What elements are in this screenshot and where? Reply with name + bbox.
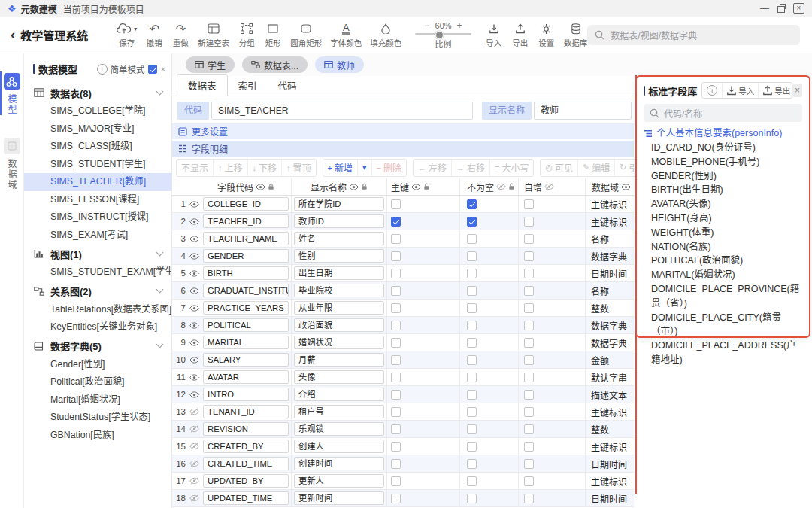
- pk-checkbox[interactable]: [391, 303, 401, 313]
- eye-off-icon[interactable]: [187, 473, 201, 489]
- lock-icon[interactable]: [268, 183, 274, 190]
- pk-checkbox[interactable]: [391, 234, 401, 244]
- sidebar-item[interactable]: SIMS_TEACHER[教师]: [24, 173, 171, 191]
- pk-checkbox[interactable]: [391, 494, 401, 503]
- table-row[interactable]: 1COLLEGE_ID所在学院ID主键标识: [172, 196, 634, 213]
- autoincrement-checkbox[interactable]: [524, 217, 534, 227]
- field-code-input[interactable]: TENANT_ID: [203, 405, 289, 418]
- eye-off-icon[interactable]: [496, 183, 506, 190]
- field-toolbar-button[interactable]: +新增: [323, 160, 357, 176]
- notnull-checkbox[interactable]: [467, 407, 477, 417]
- autoincrement-checkbox[interactable]: [524, 251, 534, 261]
- autoincrement-checkbox[interactable]: [524, 390, 534, 400]
- standard-field-item[interactable]: POLITICAL(政治面貌): [644, 254, 802, 268]
- pk-checkbox[interactable]: [391, 321, 401, 330]
- data-domain-cell[interactable]: 主键标识: [586, 196, 634, 212]
- eye-icon[interactable]: [187, 248, 201, 264]
- field-code-input[interactable]: BIRTH: [203, 266, 289, 280]
- panel-search-input[interactable]: 代码/名称: [644, 104, 802, 122]
- autoincrement-checkbox[interactable]: [524, 407, 534, 417]
- display-name-input[interactable]: 所在学院ID: [294, 197, 384, 211]
- display-name-input[interactable]: 性别: [294, 249, 384, 263]
- autoincrement-checkbox[interactable]: [524, 355, 534, 365]
- panel-export-button[interactable]: 导出: [758, 83, 792, 98]
- standard-field-item[interactable]: DOMICILE_PLACE_CITY(籍贯（市）): [644, 311, 802, 339]
- sidebar-item[interactable]: Gender[性别]: [24, 356, 171, 374]
- pk-checkbox[interactable]: [391, 459, 401, 469]
- table-row[interactable]: 13TENANT_ID租户号主键标识: [172, 403, 634, 421]
- field-code-input[interactable]: COLLEGE_ID: [203, 197, 289, 211]
- restore-icon[interactable]: [777, 5, 785, 13]
- notnull-checkbox[interactable]: [467, 303, 477, 313]
- eye-off-icon[interactable]: [544, 183, 554, 190]
- display-name-input[interactable]: 姓名: [294, 232, 384, 245]
- eye-off-icon[interactable]: [187, 455, 201, 472]
- notnull-checkbox[interactable]: [467, 424, 477, 434]
- back-button[interactable]: ‹: [11, 26, 15, 43]
- field-code-input[interactable]: AVATAR: [203, 370, 289, 384]
- notnull-checkbox[interactable]: [467, 355, 477, 365]
- toolbar-group-button[interactable]: 分组: [238, 23, 256, 48]
- eye-icon[interactable]: [187, 230, 201, 247]
- eye-off-icon[interactable]: [187, 421, 201, 437]
- pk-checkbox[interactable]: [391, 286, 401, 296]
- tab-索引[interactable]: 索引: [228, 75, 268, 96]
- data-domain-cell[interactable]: 数据字典: [586, 334, 634, 351]
- display-name-input[interactable]: 教师: [534, 102, 632, 120]
- field-toolbar-button[interactable]: ◎可见: [541, 160, 577, 176]
- sidebar-item[interactable]: SIMS_MAJOR[专业]: [24, 120, 171, 138]
- standard-field-item[interactable]: MOBILE_PHONE(手机号): [644, 155, 802, 169]
- field-code-input[interactable]: MARITAL: [203, 336, 289, 349]
- notnull-checkbox[interactable]: [467, 476, 477, 486]
- pk-checkbox[interactable]: [391, 390, 401, 400]
- table-row[interactable]: 9MARITAL婚姻状况数据字典: [172, 334, 634, 351]
- field-code-input[interactable]: UPDATED_TIME: [203, 491, 289, 505]
- sidebar-item[interactable]: GBNation[民族]: [24, 427, 171, 445]
- autoincrement-checkbox[interactable]: [524, 424, 534, 434]
- notnull-checkbox[interactable]: [467, 494, 477, 503]
- eye-icon[interactable]: [349, 184, 359, 190]
- info-icon[interactable]: i: [97, 64, 108, 75]
- lock-icon[interactable]: [361, 183, 368, 190]
- table-row[interactable]: 4GENDER性别数据字典: [172, 248, 634, 265]
- eye-off-icon[interactable]: [187, 490, 201, 506]
- notnull-checkbox[interactable]: [467, 459, 477, 469]
- chevron-down-icon[interactable]: [156, 341, 164, 348]
- display-name-input[interactable]: 毕业院校: [294, 284, 384, 297]
- autoincrement-checkbox[interactable]: [524, 303, 534, 313]
- standard-field-item[interactable]: BIRTH(出生日期): [644, 183, 802, 197]
- data-domain-cell[interactable]: 默认字串: [586, 369, 634, 385]
- standard-field-item[interactable]: DOMICILE_PLACE_ADDRESS(户籍地址): [644, 339, 802, 367]
- field-code-input[interactable]: SALARY: [203, 353, 289, 367]
- standard-field-item[interactable]: ID_CARD_NO(身份证号): [644, 141, 802, 155]
- table-row[interactable]: 14REVISION乐观锁整数: [172, 421, 634, 438]
- field-toolbar-button[interactable]: ▾: [357, 160, 371, 176]
- field-code-input[interactable]: TEACHER_ID: [203, 214, 289, 228]
- zoom-slider[interactable]: [415, 33, 471, 35]
- notnull-checkbox[interactable]: [467, 338, 477, 348]
- display-name-input[interactable]: 租户号: [294, 405, 384, 418]
- doc-tab[interactable]: 教师: [315, 56, 364, 73]
- display-name-input[interactable]: 更新时间: [294, 491, 384, 505]
- toolbar-undo-button[interactable]: ↶撤销: [145, 23, 163, 48]
- toolbar-rounded-rect-button[interactable]: 圆角矩形: [290, 23, 322, 48]
- eye-icon[interactable]: [187, 351, 201, 368]
- pk-checkbox[interactable]: [391, 217, 401, 227]
- eye-off-icon[interactable]: [187, 438, 201, 455]
- table-row[interactable]: 7PRACTICE_YEARS从业年限整数: [172, 300, 634, 317]
- table-row[interactable]: 18UPDATED_TIME更新时间日期时间: [172, 490, 634, 507]
- sidebar-item[interactable]: KeyEntities[关键业务对象]: [24, 318, 171, 336]
- panel-info-button[interactable]: i: [702, 83, 722, 98]
- table-row[interactable]: 2TEACHER_ID教师ID主键标识: [172, 213, 634, 230]
- data-domain-cell[interactable]: 日期时间: [586, 490, 634, 506]
- data-domain-cell[interactable]: 整数: [586, 300, 634, 316]
- pk-checkbox[interactable]: [391, 476, 401, 486]
- field-code-input[interactable]: GRADUATE_INSTITUTION: [203, 284, 289, 297]
- data-domain-cell[interactable]: 主键标识: [586, 403, 634, 420]
- field-toolbar-button[interactable]: ↑上移: [213, 160, 247, 176]
- sidebar-group-relation[interactable]: 关系图(2): [24, 281, 171, 301]
- notnull-checkbox[interactable]: [467, 321, 477, 330]
- toolbar-font-color-button[interactable]: A字体颜色: [330, 23, 362, 48]
- field-toolbar-button[interactable]: 不显示: [177, 160, 213, 176]
- notnull-checkbox[interactable]: [467, 390, 477, 400]
